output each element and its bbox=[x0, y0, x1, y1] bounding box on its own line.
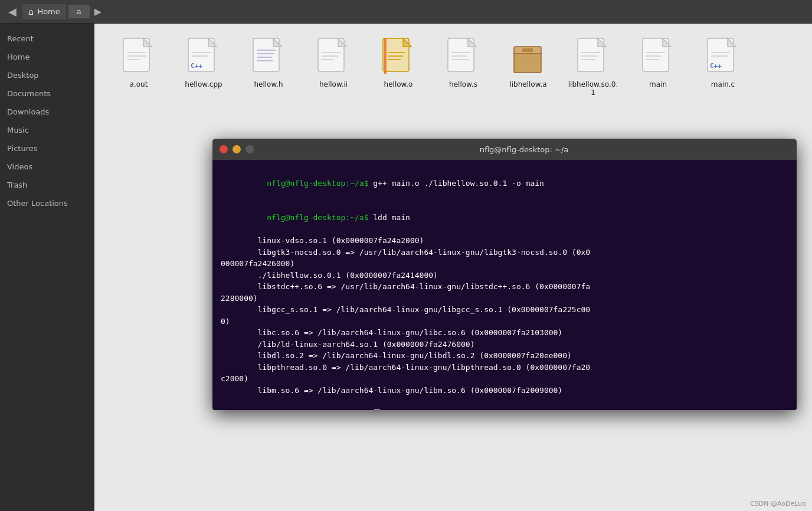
svg-rect-18 bbox=[384, 38, 387, 74]
terminal-output-7: /lib/ld-linux-aarch64.so.1 (0x0000007fa2… bbox=[221, 339, 788, 351]
file-hellow-cpp[interactable]: C++ hellow.cpp bbox=[177, 35, 230, 97]
terminal-cursor bbox=[374, 410, 380, 411]
terminal-close-button[interactable] bbox=[220, 145, 228, 153]
terminal-output-6: libc.so.6 => /lib/aarch64-linux-gnu/libc… bbox=[221, 327, 788, 339]
sidebar-item-downloads[interactable]: Downloads bbox=[0, 103, 94, 121]
home-icon: ⌂ bbox=[28, 6, 34, 17]
file-icon-hellow-h bbox=[251, 35, 286, 77]
terminal-prompt-2: nflg@nflg-desktop:~/a$ bbox=[267, 213, 373, 222]
sidebar: Recent Home Desktop Documents Downloads … bbox=[0, 24, 94, 511]
sidebar-item-pictures[interactable]: Pictures bbox=[0, 139, 94, 158]
terminal-output-3: ./libhellow.so.0.1 (0x0000007fa2414000) bbox=[221, 270, 788, 281]
terminal-output-4: libstdc++.so.6 => /usr/lib/aarch64-linux… bbox=[221, 281, 788, 304]
file-hellow-h[interactable]: hellow.h bbox=[242, 35, 295, 97]
file-label-hellow-ii: hellow.ii bbox=[319, 80, 348, 89]
tab-label: a bbox=[77, 7, 81, 16]
home-label: Home bbox=[37, 7, 60, 16]
terminal-output-8: libdl.so.2 => /lib/aarch64-linux-gnu/lib… bbox=[221, 350, 788, 362]
file-icon-hellow-cpp: C++ bbox=[186, 35, 221, 77]
svg-rect-26 bbox=[514, 51, 541, 73]
terminal-output-2: libgtk3-nocsd.so.0 => /usr/lib/aarch64-l… bbox=[221, 247, 788, 270]
file-libhellow-so[interactable]: libhellow.so.0.1 bbox=[567, 35, 620, 97]
file-icon-libhellow-so bbox=[575, 35, 611, 77]
terminal-line-1: nflg@nflg-desktop:~/a$ g++ main.o ./libh… bbox=[221, 166, 788, 201]
file-label-libhellow-so: libhellow.so.0.1 bbox=[567, 80, 620, 97]
watermark: CSDN @AoDeLuo bbox=[750, 500, 806, 507]
main-area: Recent Home Desktop Documents Downloads … bbox=[0, 24, 812, 511]
terminal-cmd: g++ main.o ./libhellow.so.0.1 -o main bbox=[373, 179, 544, 188]
file-label-hellow-h: hellow.h bbox=[254, 80, 283, 89]
terminal-output-1: linux-vdso.so.1 (0x0000007fa24a2000) bbox=[221, 235, 788, 247]
file-area: a.out C++ hellow.cpp bbox=[94, 24, 812, 511]
file-icon-hellow-o bbox=[381, 35, 416, 77]
file-label-a-out: a.out bbox=[130, 80, 148, 89]
terminal-output-10: libm.so.6 => /lib/aarch64-linux-gnu/libm… bbox=[221, 385, 788, 397]
sidebar-item-desktop[interactable]: Desktop bbox=[0, 66, 94, 84]
file-hellow-o[interactable]: hellow.o bbox=[372, 35, 425, 97]
sidebar-item-trash[interactable]: Trash bbox=[0, 176, 94, 194]
file-main[interactable]: main bbox=[631, 35, 685, 97]
file-icon-a-out bbox=[121, 35, 156, 77]
terminal-body[interactable]: nflg@nflg-desktop:~/a$ g++ main.o ./libh… bbox=[212, 160, 797, 410]
file-hellow-s[interactable]: hellow.s bbox=[437, 35, 490, 97]
file-label-hellow-s: hellow.s bbox=[449, 80, 477, 89]
terminal-titlebar: nflg@nflg-desktop: ~/a bbox=[212, 139, 797, 160]
file-icon-hellow-ii bbox=[316, 35, 351, 77]
terminal-line-final: nflg@nflg-desktop:~/a$ bbox=[221, 396, 788, 410]
sidebar-item-other-locations[interactable]: Other Locations bbox=[0, 194, 94, 212]
terminal-output-9: libpthread.so.0 => /lib/aarch64-linux-gn… bbox=[221, 362, 788, 385]
file-label-libhellow-a: libhellow.a bbox=[509, 80, 546, 89]
terminal-line-2: nflg@nflg-desktop:~/a$ ldd main bbox=[221, 201, 788, 235]
terminal-maximize-button[interactable] bbox=[245, 145, 254, 153]
terminal-window[interactable]: nflg@nflg-desktop: ~/a nflg@nflg-desktop… bbox=[212, 139, 797, 410]
file-label-main-c: main.c bbox=[711, 80, 735, 89]
file-icon-main bbox=[640, 35, 676, 77]
svg-rect-28 bbox=[522, 48, 533, 52]
file-icon-libhellow-a bbox=[510, 35, 546, 77]
file-label-main: main bbox=[649, 80, 667, 89]
terminal-prompt-3: nflg@nflg-desktop:~/a$ bbox=[267, 409, 373, 411]
file-a-out[interactable]: a.out bbox=[112, 35, 165, 97]
file-hellow-ii[interactable]: hellow.ii bbox=[307, 35, 360, 97]
file-icon-hellow-s bbox=[446, 35, 481, 77]
terminal-output-5: libgcc_s.so.1 => /lib/aarch64-linux-gnu/… bbox=[221, 304, 788, 327]
file-label-hellow-o: hellow.o bbox=[384, 80, 413, 89]
sidebar-item-recent[interactable]: Recent bbox=[0, 30, 94, 48]
terminal-cmd-2: ldd main bbox=[373, 213, 410, 222]
topbar: ◀ ⌂ Home a ▶ bbox=[0, 0, 812, 24]
sidebar-item-videos[interactable]: Videos bbox=[0, 158, 94, 176]
terminal-minimize-button[interactable] bbox=[233, 145, 241, 153]
sidebar-item-documents[interactable]: Documents bbox=[0, 84, 94, 103]
back-button[interactable]: ◀ bbox=[5, 4, 20, 19]
tab-a[interactable]: a bbox=[68, 5, 90, 18]
sidebar-item-home[interactable]: Home bbox=[0, 48, 94, 66]
file-main-c[interactable]: C++ main.c bbox=[696, 35, 749, 97]
sidebar-item-music[interactable]: Music bbox=[0, 121, 94, 139]
svg-text:C++: C++ bbox=[191, 62, 202, 70]
forward-button[interactable]: ▶ bbox=[92, 5, 104, 18]
svg-text:C++: C++ bbox=[710, 62, 722, 70]
terminal-title: nflg@nflg-desktop: ~/a bbox=[258, 145, 790, 154]
terminal-prompt: nflg@nflg-desktop:~/a$ bbox=[267, 179, 373, 188]
file-label-hellow-cpp: hellow.cpp bbox=[185, 80, 222, 89]
file-icon-main-c: C++ bbox=[705, 35, 741, 77]
home-button[interactable]: ⌂ Home bbox=[22, 4, 66, 19]
file-libhellow-a[interactable]: libhellow.a bbox=[502, 35, 555, 97]
